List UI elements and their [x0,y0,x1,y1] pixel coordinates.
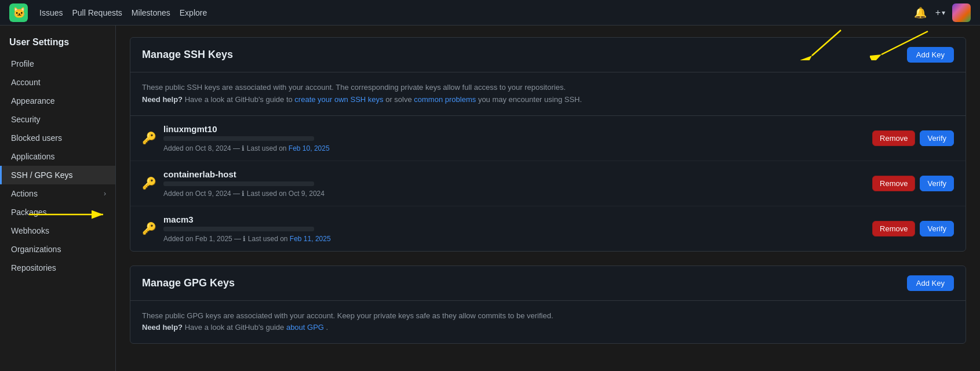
create-dropdown-icon: ▾ [942,9,945,17]
ssh-key-fingerprint-2 [163,227,314,231]
key-icon-0: 🔑 [142,131,156,145]
sidebar-item-label-webhooks: Webhooks [11,226,49,235]
ssh-section-title: Manage SSH Keys [142,49,233,61]
sidebar-item-label-packages: Packages [11,208,46,217]
main-content: Manage SSH Keys Add Key These public SSH… [116,26,980,371]
ssh-key-meta-1: Added on Oct 9, 2024 — ℹ Last used on Oc… [163,190,865,198]
ssh-key-info-2: macm3 Added on Feb 1, 2025 — ℹ Last used… [163,214,865,243]
verify-ssh-key-button-2[interactable]: Verify [920,221,954,237]
sidebar-item-blocked-users[interactable]: Blocked users [0,129,115,147]
add-ssh-key-button[interactable]: Add Key [907,47,954,63]
nav-explore[interactable]: Explore [180,8,207,17]
sidebar-item-label-profile: Profile [11,59,34,68]
nav-pull-requests[interactable]: Pull Requests [72,8,122,17]
main-layout: User Settings Profile Account Appearance… [0,26,980,371]
gpg-desc-suffix: . [326,323,329,332]
ssh-section-description: These public SSH keys are associated wit… [130,72,966,116]
remove-ssh-key-button-0[interactable]: Remove [872,130,915,146]
info-circle-icon-0: ℹ [242,144,245,152]
ssh-key-dash-2: — [234,235,243,243]
sidebar-item-actions[interactable]: Actions › [0,184,115,203]
ssh-key-fingerprint-1 [163,181,314,186]
add-gpg-key-button[interactable]: Add Key [907,275,954,291]
svg-text:🐱: 🐱 [13,6,26,19]
gpg-guide-link[interactable]: about GPG [286,323,324,332]
topnav-right: 🔔 + ▾ [912,3,971,22]
sidebar: User Settings Profile Account Appearance… [0,26,116,371]
site-logo[interactable]: 🐱 [9,3,28,22]
sidebar-heading: User Settings [0,32,115,54]
ssh-key-fingerprint-0 [163,136,314,141]
verify-ssh-key-button-0[interactable]: Verify [920,130,954,146]
sidebar-item-label-appearance: Appearance [11,96,55,106]
ssh-key-meta-0: Added on Oct 8, 2024 — ℹ Last used on Fe… [163,144,865,152]
sidebar-item-security[interactable]: Security [0,110,115,129]
sidebar-item-label-account: Account [11,78,41,87]
sidebar-item-label-applications: Applications [11,152,55,161]
ssh-key-last-used-0: Feb 10, 2025 [289,144,330,152]
sidebar-item-webhooks[interactable]: Webhooks [0,221,115,240]
ssh-key-name-2: macm3 [163,214,865,224]
ssh-key-name-0: linuxmgmt10 [163,124,865,134]
sidebar-item-packages[interactable]: Packages [0,203,115,221]
gpg-desc-help: Have a look at GitHub's guide [185,323,286,332]
ssh-desc-or: or solve [385,95,414,104]
topnav-links: Issues Pull Requests Milestones Explore [39,8,901,17]
remove-ssh-key-button-2[interactable]: Remove [872,221,915,237]
ssh-key-name-1: containerlab-host [163,169,865,179]
ssh-key-added-0: Added on Oct 8, 2024 [163,144,231,152]
gpg-need-help: Need help? [142,323,183,332]
ssh-key-actions-2: Remove Verify [872,221,954,237]
user-avatar[interactable] [952,3,971,22]
ssh-key-added-2: Added on Feb 1, 2025 [163,235,232,243]
sidebar-item-label-actions: Actions [11,189,38,198]
sidebar-item-organizations[interactable]: Organizations [0,240,115,259]
ssh-keys-section: Manage SSH Keys Add Key These public SSH… [130,37,966,252]
sidebar-item-repositories[interactable]: Repositories [0,259,115,277]
sidebar-item-label-blocked-users: Blocked users [11,133,62,143]
ssh-desc-help: Have a look at GitHub's guide to [185,95,295,104]
ssh-problems-link[interactable]: common problems [414,95,476,104]
ssh-key-last-used-prefix-1: Last used on [247,190,289,198]
sidebar-item-applications[interactable]: Applications [0,147,115,166]
info-circle-icon-1: ℹ [242,190,245,198]
ssh-key-dash-0: — [233,144,242,152]
sidebar-item-label-organizations: Organizations [11,245,61,254]
nav-issues[interactable]: Issues [39,8,63,17]
sidebar-item-account[interactable]: Account [0,73,115,92]
ssh-key-last-used-2: Feb 11, 2025 [290,235,331,243]
ssh-key-row-1: 🔑 containerlab-host Added on Oct 9, 2024… [130,161,966,206]
gpg-section-header: Manage GPG Keys Add Key [130,266,966,301]
remove-ssh-key-button-1[interactable]: Remove [872,176,915,191]
plus-icon: + [935,8,941,18]
sidebar-item-profile[interactable]: Profile [0,54,115,73]
gpg-section-title: Manage GPG Keys [142,277,235,289]
ssh-key-added-1: Added on Oct 9, 2024 [163,190,231,198]
ssh-key-dash-1: — [233,190,242,198]
chevron-right-icon: › [104,190,106,198]
sidebar-item-appearance[interactable]: Appearance [0,92,115,110]
ssh-key-last-used-prefix-2: Last used on [248,235,290,243]
ssh-create-link[interactable]: create your own SSH keys [294,95,383,104]
nav-milestones[interactable]: Milestones [132,8,170,17]
ssh-key-row-2: 🔑 macm3 Added on Feb 1, 2025 — ℹ Last us… [130,206,966,251]
ssh-key-actions-1: Remove Verify [872,176,954,191]
topnav: 🐱 Issues Pull Requests Milestones Explor… [0,0,980,26]
create-button[interactable]: + ▾ [935,8,945,18]
gpg-desc-main: These public GPG keys are associated wit… [142,311,553,320]
ssh-key-info-0: linuxmgmt10 Added on Oct 8, 2024 — ℹ Las… [163,124,865,152]
ssh-key-info-1: containerlab-host Added on Oct 9, 2024 —… [163,169,865,198]
notifications-button[interactable]: 🔔 [912,5,928,21]
sidebar-item-ssh-gpg-keys[interactable]: SSH / GPG Keys [0,166,115,184]
ssh-desc-suffix: you may encounter using SSH. [478,95,582,104]
ssh-key-meta-2: Added on Feb 1, 2025 — ℹ Last used on Fe… [163,235,865,243]
key-icon-1: 🔑 [142,176,156,190]
key-icon-2: 🔑 [142,221,156,235]
verify-ssh-key-button-1[interactable]: Verify [920,176,954,191]
ssh-key-row-0: 🔑 linuxmgmt10 Added on Oct 8, 2024 — ℹ L… [130,116,966,161]
ssh-need-help: Need help? [142,95,183,104]
ssh-key-last-used-prefix-0: Last used on [247,144,289,152]
gpg-section-description: These public GPG keys are associated wit… [130,301,966,344]
gpg-keys-section: Manage GPG Keys Add Key These public GPG… [130,265,966,344]
ssh-section-header: Manage SSH Keys Add Key [130,38,966,72]
